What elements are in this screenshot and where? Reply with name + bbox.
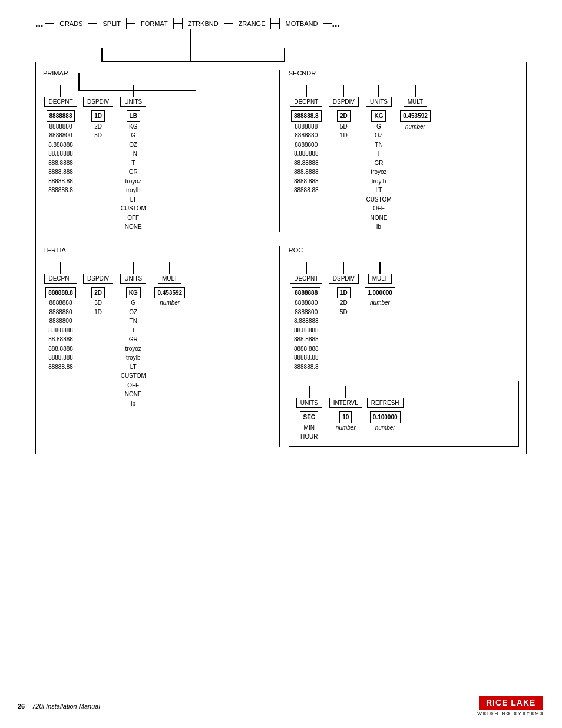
tertia-decpnt-val-7: 8888.888 (48, 353, 73, 363)
tertia-decpnt-val-8: 88888.88 (48, 363, 73, 372)
secndr-units-val-8: LT (376, 186, 382, 195)
nav-grads: GRADS (54, 18, 88, 29)
secndr-decpnt-val-1: 8888888 (295, 122, 318, 131)
nav-zrange: ZRANGE (233, 18, 272, 29)
roc-mult-val-0: 1.000000 (365, 287, 395, 299)
nav-dots-right: ... (332, 18, 339, 29)
secndr-units-val-0: KG (371, 110, 386, 122)
tertia-mult-col: MULT 0.453592 number (153, 262, 186, 409)
tertia-decpnt-val-2: 8888880 (49, 308, 72, 317)
primar-decpnt-val-1: 8888880 (49, 122, 72, 131)
tertia-units-val-8: LT (130, 363, 137, 372)
roc-sub-refresh-header: REFRESH (367, 398, 404, 408)
roc-sub-intervl-col: INTERVL 10 number (329, 386, 362, 442)
roc-decpnt-val-2: 8888800 (295, 308, 318, 317)
primar-dspdiv-val-0: 1D (91, 110, 105, 122)
tertia-units-col: UNITS KG G OZ TN T GR troyoz troylb LT (118, 262, 148, 409)
primar-units-val-11: OFF (127, 213, 139, 223)
roc-decpnt-val-4: 88.88888 (294, 326, 319, 335)
tertia-units-val-3: TN (130, 317, 137, 326)
secndr-units-val-4: T (377, 149, 381, 159)
secndr-mult-val-0: 0.453592 (400, 110, 431, 122)
tertia-mult-header: MULT (158, 274, 181, 284)
nav-format: FORMAT (135, 18, 174, 29)
secndr-decpnt-val-5: 88.88888 (294, 159, 319, 168)
page-number: 26 (18, 703, 25, 710)
primar-dspdiv-val-2: 5D (94, 131, 102, 140)
primar-decpnt-val-4: 88.88888 (48, 149, 73, 159)
roc-dspdiv-val-2: 5D (340, 308, 348, 317)
tertia-units-val-7: troylb (126, 353, 140, 363)
secndr-units-val-11: NONE (371, 213, 388, 223)
roc-sub-units-val-1: MIN (304, 423, 315, 433)
nav-motband: MOTBAND (279, 18, 323, 29)
roc-decpnt-val-7: 88888.88 (294, 353, 319, 363)
tertia-decpnt-col: DECPNT 888888.8 8888888 8888880 8888800 … (43, 262, 78, 409)
secndr-units-val-1: G (376, 122, 381, 131)
secndr-label: SECNDR (289, 70, 519, 77)
secndr-decpnt-val-7: 8888.888 (294, 177, 319, 186)
roc-mult-col: MULT 1.000000 number (363, 262, 396, 372)
roc-sub-units-val-2: HOUR (300, 432, 318, 442)
secndr-units-col: UNITS KG G OZ TN T GR troyoz troylb LT (363, 85, 394, 232)
secndr-dspdiv-val-1: 5D (340, 122, 348, 131)
primar-units-val-1: KG (129, 122, 137, 131)
secndr-decpnt-val-6: 888.8888 (294, 167, 319, 177)
tertia-dspdiv-val-1: 5D (94, 298, 102, 308)
primar-units-header: UNITS (120, 97, 146, 107)
secndr-units-val-2: OZ (375, 131, 383, 140)
tertia-decpnt-header: DECPNT (44, 274, 77, 284)
tertia-dspdiv-col: DSPDIV 2D 5D 1D (83, 262, 113, 409)
secndr-decpnt-val-4: 8.888888 (294, 149, 319, 159)
roc-sub-refresh-col: REFRESH 0.100000 number (367, 386, 404, 442)
tertia-units-header: UNITS (120, 274, 146, 284)
tertia-dspdiv-val-0: 2D (91, 287, 105, 299)
primar-units-val-4: TN (130, 149, 137, 159)
logo-area: RICE LAKE WEIGHING SYSTEMS (477, 696, 544, 716)
roc-dspdiv-col: DSPDIV 1D 2D 5D (329, 262, 359, 372)
roc-decpnt-val-6: 8888.888 (294, 344, 319, 354)
secndr-units-val-9: CUSTOM (366, 195, 391, 205)
secndr-decpnt-val-2: 8888880 (295, 131, 318, 140)
primar-units-val-0: LB (127, 110, 140, 122)
tertia-decpnt-val-1: 8888888 (49, 298, 72, 308)
roc-decpnt-col: DECPNT 8888888 8888880 8888800 8.888888 … (289, 262, 324, 372)
secndr-units-val-10: OFF (373, 204, 385, 213)
tertia-decpnt-val-6: 888.8888 (48, 344, 73, 354)
tertia-mult-val-1: number (160, 298, 180, 308)
primar-units-val-2: G (131, 131, 135, 140)
primar-decpnt-header: DECPNT (44, 97, 77, 107)
logo-text: RICE LAKE (486, 698, 535, 707)
primar-units-val-6: GR (129, 167, 138, 177)
secndr-units-val-6: troyoz (371, 167, 386, 177)
secndr-decpnt-col: DECPNT 888888.8 8888888 8888880 8888800 … (289, 85, 324, 232)
secndr-decpnt-header: DECPNT (290, 97, 322, 107)
primar-units-val-7: troyoz (125, 177, 141, 186)
primar-units-val-5: T (131, 159, 135, 168)
secndr-decpnt-val-8: 88888.88 (294, 186, 319, 195)
primar-decpnt-val-5: 888.8888 (48, 159, 73, 168)
secndr-decpnt-val-0: 888888.8 (291, 110, 322, 122)
secndr-mult-val-1: number (405, 122, 425, 131)
primar-units-val-8: troylb (126, 186, 140, 195)
secndr-units-val-5: GR (374, 159, 383, 168)
tertia-dspdiv-header: DSPDIV (83, 274, 113, 284)
primar-dspdiv-col: DSPDIV 1D 2D 5D (83, 85, 113, 232)
secndr-decpnt-val-3: 8888800 (295, 140, 318, 150)
primar-units-col: UNITS LB KG G OZ TN T GR troyoz troylb (118, 85, 148, 232)
primar-units-val-12: NONE (125, 222, 142, 232)
roc-decpnt-val-3: 8.888888 (294, 317, 319, 326)
tertia-decpnt-val-0: 888888.8 (45, 287, 76, 299)
tertia-units-val-9: CUSTOM (121, 371, 146, 381)
tertia-dspdiv-val-2: 1D (94, 308, 102, 317)
roc-sub-refresh-val-1: number (375, 423, 395, 433)
roc-sub-units-val-0: SEC (300, 411, 318, 423)
primar-dspdiv-header: DSPDIV (83, 97, 113, 107)
tertia-units-val-6: troyoz (125, 344, 141, 354)
roc-sub-intervl-header: INTERVL (329, 398, 362, 408)
roc-label: ROC (289, 246, 519, 253)
roc-sub-units-col: UNITS SEC MIN HOUR (294, 386, 325, 442)
roc-dspdiv-header: DSPDIV (329, 274, 359, 284)
primar-decpnt-col: DECPNT 8888888 8888880 8888800 8.888888 … (43, 85, 78, 232)
roc-sub-refresh-val-0: 0.100000 (370, 411, 401, 423)
